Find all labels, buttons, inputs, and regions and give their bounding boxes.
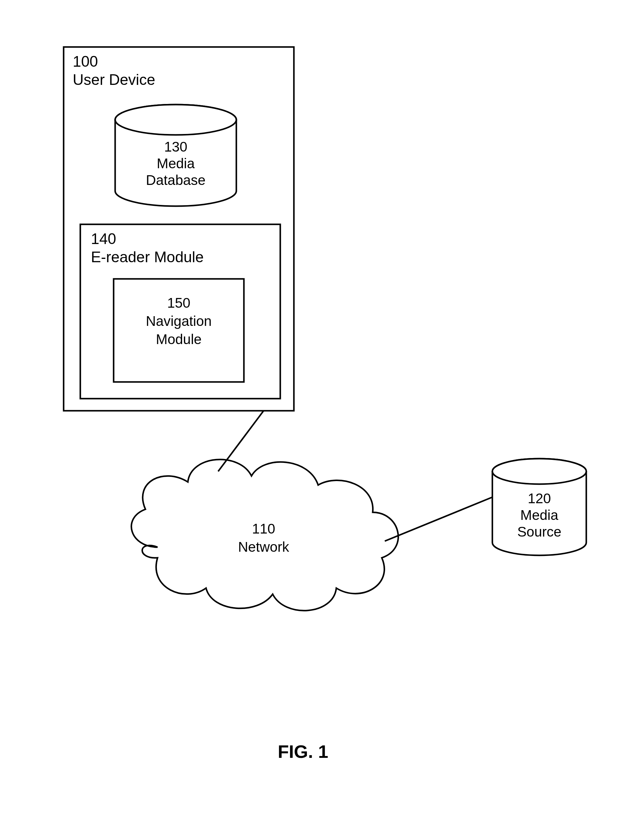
ereader-num: 140 [91, 230, 116, 247]
media-database-label1: Media [157, 156, 195, 171]
navigation-label1: Navigation [146, 313, 211, 329]
user-device-num: 100 [73, 53, 98, 70]
navigation-num: 150 [167, 295, 191, 311]
user-device-label: User Device [73, 71, 155, 88]
connector-network-mediasource [385, 497, 492, 541]
network-num: 110 [252, 521, 275, 537]
navigation-label2: Module [156, 332, 202, 347]
media-source-label1: Media [520, 507, 558, 523]
media-database-label2: Database [146, 172, 206, 188]
svg-point-3 [492, 459, 586, 484]
media-source-label2: Source [517, 524, 561, 540]
media-source-num: 120 [528, 491, 551, 506]
user-device-box [64, 47, 294, 411]
figure-caption: FIG. 1 [278, 741, 328, 762]
navigation-box [114, 279, 244, 382]
ereader-label: E-reader Module [91, 249, 203, 266]
svg-point-1 [115, 105, 236, 135]
connector-userdevice-network [218, 411, 264, 472]
media-database-num: 130 [164, 139, 188, 155]
network-label: Network [238, 539, 290, 555]
